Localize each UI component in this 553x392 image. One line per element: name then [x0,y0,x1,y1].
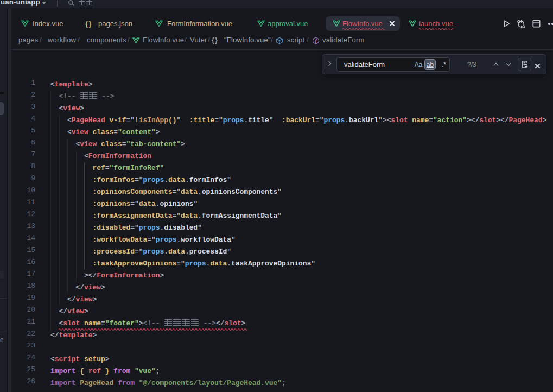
svg-text:f: f [315,38,317,43]
